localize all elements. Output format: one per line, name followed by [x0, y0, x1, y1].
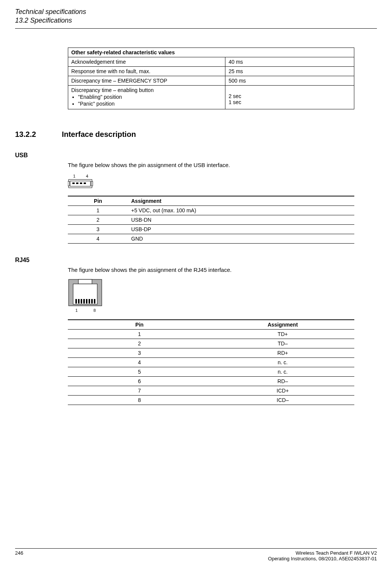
table-row: 4 GND: [68, 234, 354, 243]
bullet-panic: "Panic" position: [78, 101, 222, 107]
col-pin-header: Pin: [68, 320, 211, 330]
table-row: 4n. c.: [68, 357, 354, 367]
svg-rect-6: [68, 181, 69, 186]
table-row: 5n. c.: [68, 367, 354, 376]
section-title: Interface description: [62, 130, 136, 139]
page-footer: 246 Wireless Teach Pendant F IWLAN V2 Op…: [15, 546, 377, 562]
assign-cell: TD+: [211, 329, 354, 339]
cell-value: 500 ms: [225, 76, 354, 85]
cell-label: Discrepancy time – enabling button "Enab…: [68, 85, 225, 109]
svg-rect-7: [91, 181, 93, 186]
header-rule: [15, 28, 377, 29]
table-row: 2TD–: [68, 339, 354, 348]
assign-cell: USB-DP: [128, 224, 354, 234]
panic-val: 1 sec: [228, 99, 351, 105]
assign-cell: +5 VDC, out (max. 100 mA): [128, 206, 354, 215]
svg-rect-16: [89, 299, 90, 304]
page-header: Technical specifications 13.2 Specificat…: [15, 8, 377, 25]
pin-cell: 7: [68, 386, 211, 395]
table-row: 3 USB-DP: [68, 224, 354, 234]
table-header-row: Pin Assignment: [68, 320, 354, 330]
usb-heading: USB: [15, 152, 377, 159]
pin-cell: 2: [68, 339, 211, 348]
footer-right: Wireless Teach Pendant F IWLAN V2 Operat…: [268, 550, 377, 561]
footer-row: 246 Wireless Teach Pendant F IWLAN V2 Op…: [15, 550, 377, 561]
pin-cell: 8: [68, 395, 211, 405]
header-line2: 13.2 Specifications: [15, 16, 377, 25]
table-row: 3RD+: [68, 348, 354, 357]
pin-cell: 6: [68, 376, 211, 386]
svg-rect-15: [86, 299, 87, 304]
svg-rect-3: [76, 183, 78, 184]
rj45-pin-table: Pin Assignment 1TD+ 2TD– 3RD+ 4n. c. 5n.…: [68, 319, 354, 405]
bullet-enabling: "Enabling" position: [78, 94, 222, 100]
disc-enable-label: Discrepancy time – enabling button: [71, 87, 154, 93]
pin-cell: 4: [68, 357, 211, 367]
table-row: 7ICD+: [68, 386, 354, 395]
enable-bullets: "Enabling" position "Panic" position: [71, 94, 222, 107]
table-header-row: Pin Assignment: [68, 196, 354, 206]
cell-label: Discrepancy time – EMERGENCY STOP: [68, 76, 225, 85]
cell-label: Response time with no fault, max.: [68, 66, 225, 76]
svg-rect-18: [94, 299, 95, 304]
table-row: Discrepancy time – EMERGENCY STOP 500 ms: [68, 76, 354, 85]
section-number: 13.2.2: [15, 130, 60, 139]
usb-pin4-label: 4: [86, 174, 88, 178]
usb-intro: The figure below shows the pin assignmen…: [68, 162, 377, 168]
rj45-connector-icon: 1 8: [68, 279, 106, 314]
assign-cell: n. c.: [211, 367, 354, 376]
col-pin-header: Pin: [68, 196, 128, 206]
rj45-figure: 1 8: [68, 279, 377, 316]
svg-rect-14: [83, 299, 85, 304]
table-row: Acknowledgement time 40 ms: [68, 57, 354, 66]
assign-cell: ICD+: [211, 386, 354, 395]
pin-cell: 1: [68, 329, 211, 339]
table-row: Discrepancy time – enabling button "Enab…: [68, 85, 354, 109]
usb-pin1-label: 1: [73, 174, 75, 178]
assign-cell: TD–: [211, 339, 354, 348]
footer-doc-title: Wireless Teach Pendant F IWLAN V2: [268, 550, 377, 556]
svg-rect-4: [80, 183, 82, 184]
pin-cell: 1: [68, 206, 128, 215]
svg-rect-17: [91, 299, 93, 304]
svg-rect-2: [72, 183, 75, 184]
page: Technical specifications 13.2 Specificat…: [0, 0, 392, 569]
cell-value: 25 ms: [225, 66, 354, 76]
table-row: Response time with no fault, max. 25 ms: [68, 66, 354, 76]
pin-cell: 4: [68, 234, 128, 243]
pin-cell: 2: [68, 215, 128, 224]
header-line1: Technical specifications: [15, 8, 377, 16]
assign-cell: ICD–: [211, 395, 354, 405]
svg-rect-5: [84, 183, 86, 184]
col-assign-header: Assignment: [211, 320, 354, 330]
section-heading: 13.2.2 Interface description: [15, 130, 377, 139]
enabling-val: 2 sec: [228, 93, 351, 99]
safety-table-header-row: Other safety-related characteristic valu…: [68, 48, 354, 57]
assign-cell: GND: [128, 234, 354, 243]
pin-cell: 3: [68, 224, 128, 234]
footer-doc-info: Operating Instructions, 08/2010, A5E0245…: [268, 556, 377, 561]
safety-table: Other safety-related characteristic valu…: [68, 48, 354, 109]
table-row: 1 +5 VDC, out (max. 100 mA): [68, 206, 354, 215]
pin-cell: 5: [68, 367, 211, 376]
svg-rect-9: [78, 279, 92, 284]
assign-cell: RD+: [211, 348, 354, 357]
assign-cell: n. c.: [211, 357, 354, 367]
cell-value: 2 sec 1 sec: [225, 85, 354, 109]
svg-rect-13: [81, 299, 82, 304]
table-row: 8ICD–: [68, 395, 354, 405]
assign-cell: RD–: [211, 376, 354, 386]
cell-label: Acknowledgement time: [68, 57, 225, 66]
footer-page-number: 246: [15, 550, 23, 561]
cell-value: 40 ms: [225, 57, 354, 66]
svg-rect-11: [75, 299, 77, 304]
usb-pin-table: Pin Assignment 1 +5 VDC, out (max. 100 m…: [68, 196, 354, 244]
assign-cell: USB-DN: [128, 215, 354, 224]
rj45-pin1-label: 1: [75, 308, 78, 313]
rj45-heading: RJ45: [15, 257, 377, 264]
table-row: 2 USB-DN: [68, 215, 354, 224]
svg-rect-12: [78, 299, 80, 304]
usb-figure: 1 4: [68, 174, 377, 192]
usb-connector-icon: 1 4: [68, 174, 94, 191]
rj45-intro: The figure below shows the pin assignmen…: [68, 267, 377, 273]
